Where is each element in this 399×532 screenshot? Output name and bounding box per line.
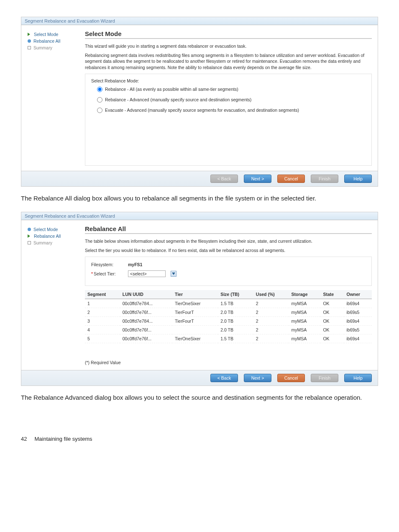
cell-segment: 1 <box>85 299 120 308</box>
step-label: Summary <box>33 240 52 245</box>
table-row[interactable]: 100c0ffd7e784...TierOneSixer1.5 TB2myMSA… <box>85 299 372 308</box>
filesystem-row: Filesystem: myFS1 <box>91 262 366 267</box>
panel-title: Select Mode <box>85 30 372 39</box>
radio-input[interactable] <box>97 108 102 113</box>
table-row[interactable]: 500c0ffd7e76f...TierOneSixer1.5 TB2myMSA… <box>85 334 372 343</box>
chevron-down-icon[interactable] <box>171 271 176 277</box>
cancel-button[interactable]: Cancel <box>277 175 305 183</box>
panel-desc1: The table below shows information about … <box>85 238 372 244</box>
wizard2-footer: < Back Next > Cancel Finish Help <box>21 370 378 386</box>
col-segment[interactable]: Segment <box>85 290 120 299</box>
cell-owner: ib69s5 <box>344 308 372 317</box>
step-select-mode[interactable]: Select Mode <box>27 227 77 232</box>
table-row[interactable]: 300c0ffd7e784...TierFourT2.0 TB2myMSAOKi… <box>85 317 372 326</box>
help-button[interactable]: Help <box>344 374 372 382</box>
section-title: Maintaining file systems <box>34 436 92 442</box>
col-state[interactable]: State <box>320 290 344 299</box>
step-label: Select Mode <box>33 227 58 232</box>
cell-size: 2.0 TB <box>218 317 253 326</box>
dot-icon <box>28 228 31 231</box>
next-button[interactable]: Next > <box>244 175 271 183</box>
cell-lun: 00c0ffd7e784... <box>120 299 172 308</box>
select-tier-value: <select> <box>130 271 147 276</box>
table-header-row: Segment LUN UUID Tier Size (TB) Used (%)… <box>85 290 372 299</box>
mode-select-box: Select Rebalance Mode: Rebalance - All (… <box>85 74 372 166</box>
segments-table: Segment LUN UUID Tier Size (TB) Used (%)… <box>85 290 372 343</box>
box-icon <box>28 241 31 244</box>
end-paragraph: The Rebalance Advanced dialog box allows… <box>21 393 378 402</box>
page-number: 42 <box>21 436 27 442</box>
wizard1-titlebar: Segment Rebalance and Evacuation Wizard <box>21 17 378 25</box>
cell-state: OK <box>320 317 344 326</box>
cell-segment: 3 <box>85 317 120 326</box>
help-button[interactable]: Help <box>344 175 372 183</box>
cell-lun: 00c0ffd7e76f... <box>120 326 172 334</box>
radio-input[interactable] <box>97 87 102 92</box>
select-mode-heading: Select Rebalance Mode: <box>91 78 366 83</box>
finish-button: Finish <box>311 175 338 183</box>
wizard1-main: Select Mode This wizard will guide you i… <box>85 30 372 166</box>
cell-size: 1.5 TB <box>218 299 253 308</box>
radio-rebalance-all[interactable]: Rebalance - All (as evenly as possible w… <box>97 87 366 92</box>
cell-size: 2.0 TB <box>218 308 253 317</box>
dot-icon <box>28 39 31 43</box>
step-summary[interactable]: Summary <box>27 240 77 245</box>
cell-storage: myMSA <box>289 308 320 317</box>
wizard1-footer: < Back Next > Cancel Finish Help <box>21 171 378 186</box>
cell-used: 2 <box>253 326 289 334</box>
panel-title: Rebalance All <box>85 225 372 234</box>
cell-size: 2.0 TB <box>218 326 253 334</box>
col-used[interactable]: Used (%) <box>253 290 289 299</box>
col-storage[interactable]: Storage <box>289 290 320 299</box>
cell-state: OK <box>320 326 344 334</box>
cell-tier: TierOneSixer <box>172 334 218 343</box>
wizard2-main: Rebalance All The table below shows info… <box>85 225 372 365</box>
page-footer: 42 Maintaining file systems <box>21 436 378 442</box>
step-label: Summary <box>33 45 52 50</box>
panel-desc2: Rebalancing segment data involves redist… <box>85 52 372 70</box>
col-tier[interactable]: Tier <box>172 290 218 299</box>
cell-owner: ib69s4 <box>344 334 372 343</box>
arrow-right-icon <box>27 32 31 36</box>
filesystem-value: myFS1 <box>128 262 142 267</box>
cell-storage: myMSA <box>289 317 320 326</box>
finish-button: Finish <box>311 374 338 382</box>
cell-tier: TierFourT <box>172 308 218 317</box>
step-select-mode[interactable]: Select Mode <box>27 32 77 37</box>
cell-used: 2 <box>253 317 289 326</box>
step-rebalance-all[interactable]: Rebalance All <box>27 39 77 44</box>
select-tier-row: *Select Tier: <select> <box>91 270 366 277</box>
radio-label: Evacuate - Advanced (manually specify so… <box>105 108 299 113</box>
radio-rebalance-advanced[interactable]: Rebalance - Advanced (manually specify s… <box>97 97 366 103</box>
cell-tier: TierFourT <box>172 317 218 326</box>
arrow-right-icon <box>27 234 31 238</box>
cell-used: 2 <box>253 299 289 308</box>
radio-evacuate-advanced[interactable]: Evacuate - Advanced (manually specify so… <box>97 108 366 113</box>
cell-lun: 00c0ffd7e76f... <box>120 334 172 343</box>
next-button[interactable]: Next > <box>244 374 271 382</box>
wizard-rebalance-all: Segment Rebalance and Evacuation Wizard … <box>21 212 378 386</box>
wizard1-sidebar: Select Mode Rebalance All Summary <box>27 30 77 166</box>
cell-used: 2 <box>253 308 289 317</box>
radio-label: Rebalance - Advanced (manually specify s… <box>105 97 251 102</box>
select-tier-dropdown[interactable]: <select> <box>128 270 166 277</box>
cell-tier <box>172 326 218 334</box>
table-row[interactable]: 400c0ffd7e76f...2.0 TB2myMSAOKib69s5 <box>85 326 372 334</box>
cancel-button[interactable]: Cancel <box>277 374 305 382</box>
cell-state: OK <box>320 308 344 317</box>
step-summary[interactable]: Summary <box>27 45 77 50</box>
cell-tier: TierOneSixer <box>172 299 218 308</box>
col-owner[interactable]: Owner <box>344 290 372 299</box>
mid-paragraph: The Rebalance All dialog box allows you … <box>21 194 378 203</box>
radio-input[interactable] <box>97 97 102 103</box>
col-lunuuid[interactable]: LUN UUID <box>120 290 172 299</box>
table-row[interactable]: 200c0ffd7e76f...TierFourT2.0 TB2myMSAOKi… <box>85 308 372 317</box>
cell-owner: ib69s4 <box>344 317 372 326</box>
cell-owner: ib69s5 <box>344 326 372 334</box>
cell-used: 2 <box>253 334 289 343</box>
cell-owner: ib69s4 <box>344 299 372 308</box>
col-size[interactable]: Size (TB) <box>218 290 253 299</box>
step-rebalance-all[interactable]: Rebalance All <box>27 234 77 239</box>
back-button[interactable]: < Back <box>210 374 238 382</box>
back-button: < Back <box>210 175 238 183</box>
